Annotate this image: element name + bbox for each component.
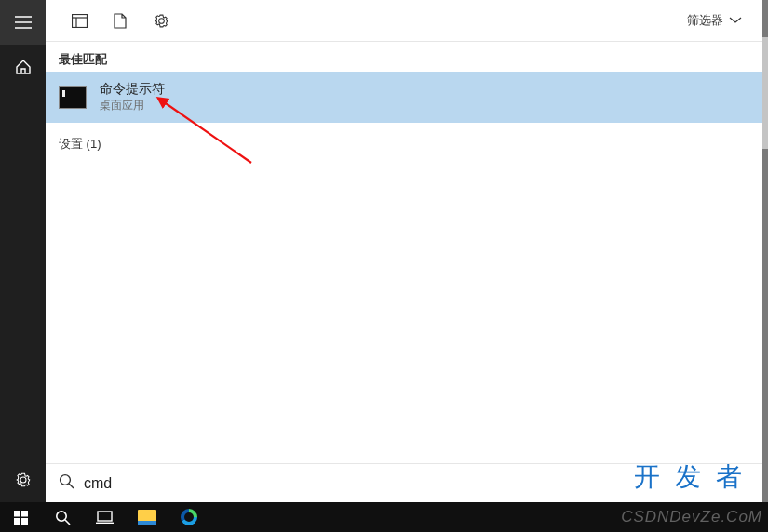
folder-icon xyxy=(138,510,156,525)
svg-line-4 xyxy=(69,484,74,488)
search-icon xyxy=(55,510,71,525)
menu-button[interactable] xyxy=(0,0,46,45)
task-view-icon xyxy=(96,511,114,524)
edge-icon xyxy=(181,509,197,525)
settings-tab[interactable] xyxy=(141,0,182,42)
hamburger-icon xyxy=(15,16,32,29)
start-button[interactable] xyxy=(0,502,42,532)
file-explorer-button[interactable] xyxy=(126,502,168,532)
scrollbar[interactable] xyxy=(762,0,768,502)
settings-group-header[interactable]: 设置 (1) xyxy=(46,123,762,158)
svg-line-11 xyxy=(65,520,70,525)
home-button[interactable] xyxy=(0,45,46,89)
best-match-header: 最佳匹配 xyxy=(46,42,762,72)
search-bar xyxy=(46,463,762,502)
gear-icon xyxy=(15,472,32,488)
result-subtitle: 桌面应用 xyxy=(100,98,165,113)
svg-point-10 xyxy=(57,511,66,520)
search-results-panel: 筛选器 最佳匹配 命令提示符 桌面应用 设置 (1) xyxy=(46,0,762,502)
left-rail xyxy=(0,0,46,502)
windows-icon xyxy=(14,511,28,525)
svg-rect-12 xyxy=(98,512,112,521)
task-view-button[interactable] xyxy=(84,502,126,532)
cmd-icon xyxy=(59,86,87,109)
home-icon xyxy=(15,59,32,75)
apps-tab[interactable] xyxy=(59,0,100,42)
svg-rect-8 xyxy=(14,518,20,525)
rail-settings-button[interactable] xyxy=(0,458,46,502)
documents-tab[interactable] xyxy=(100,0,141,42)
result-command-prompt[interactable]: 命令提示符 桌面应用 xyxy=(46,72,762,123)
svg-point-3 xyxy=(61,475,71,485)
svg-rect-6 xyxy=(14,511,20,517)
apps-icon xyxy=(72,14,88,28)
svg-rect-0 xyxy=(72,14,87,27)
filter-label: 筛选器 xyxy=(687,12,723,29)
scrollbar-thumb[interactable] xyxy=(762,37,768,149)
chevron-down-icon xyxy=(729,17,742,24)
taskbar xyxy=(0,502,768,532)
search-icon xyxy=(59,473,74,493)
edge-button[interactable] xyxy=(168,502,209,532)
svg-rect-7 xyxy=(21,511,28,517)
search-input[interactable] xyxy=(84,475,749,492)
result-title: 命令提示符 xyxy=(100,81,165,98)
gear-icon xyxy=(154,13,169,29)
document-icon xyxy=(114,13,127,29)
taskbar-search-button[interactable] xyxy=(42,502,84,532)
topbar: 筛选器 xyxy=(46,0,762,42)
svg-rect-9 xyxy=(21,518,28,525)
filter-button[interactable]: 筛选器 xyxy=(680,0,749,42)
